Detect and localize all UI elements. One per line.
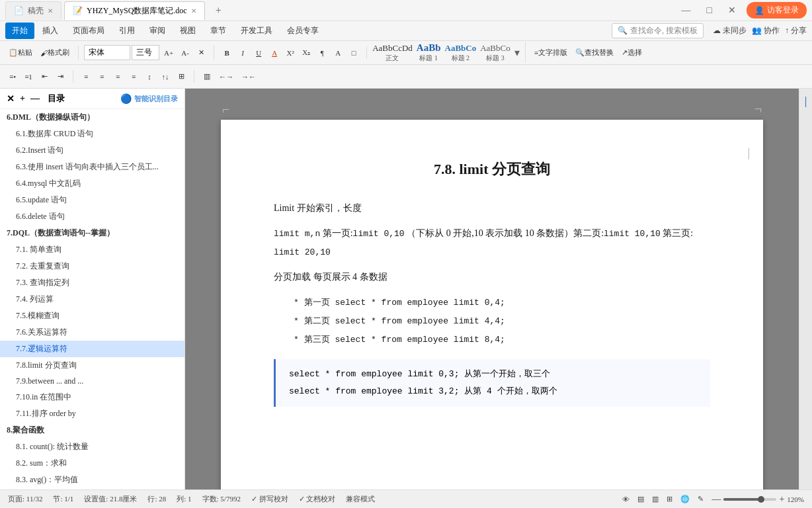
toc-item[interactable]: 6.4.mysql 中文乱码 [0, 175, 184, 192]
toc-item[interactable]: 8.1. count(): 统计数量 [0, 439, 184, 455]
style-normal-button[interactable]: AaBbCcDd 正文 [372, 43, 413, 63]
toc-item[interactable]: 7.10.in 在范围中 [0, 389, 184, 405]
menu-chapter[interactable]: 章节 [204, 22, 233, 39]
document-page[interactable]: | 7.8. limit 分页查询 Limit 开始索引，长度 limit m,… [221, 120, 763, 489]
justify-button[interactable]: ≡ [126, 71, 141, 83]
toc-item[interactable]: 6.1.数据库 CRUD 语句 [0, 126, 184, 142]
toc-item[interactable]: 7.11.排序 order by [0, 405, 184, 422]
maximize-button[interactable]: □ [702, 5, 717, 16]
format-painter-button[interactable]: 🖌 格式刷 [37, 46, 73, 60]
highlight-button[interactable]: A [331, 47, 345, 59]
align-right-button[interactable]: ≡ [110, 71, 125, 83]
toc-item[interactable]: 7.5.模糊查询 [0, 308, 184, 324]
zoom-minus-button[interactable]: — [711, 494, 721, 505]
font-size-selector[interactable]: 三号 [132, 45, 159, 60]
zoom-controls: — + 120% [711, 494, 804, 505]
toc-item[interactable]: 7.2. 去重复查询 [0, 258, 184, 275]
zoom-plus-button[interactable]: + [779, 494, 784, 505]
toc-item[interactable]: 6.3.使用 insert 语句向表中插入三个员工... [0, 159, 184, 175]
share-btn[interactable]: ↑ 分享 [785, 25, 807, 36]
sort-button[interactable]: ↑↓ [158, 71, 173, 83]
line-spacing-button[interactable]: ↕ [142, 71, 157, 83]
menu-dev[interactable]: 开发工具 [234, 22, 279, 39]
increase-indent-button[interactable]: ⇥ [53, 70, 67, 83]
add-tab-button[interactable]: + [210, 5, 227, 17]
eye-icon[interactable]: 👁 [622, 495, 629, 503]
menu-layout[interactable]: 页面布局 [66, 22, 111, 39]
select-button[interactable]: ↗ 选择 [618, 46, 645, 60]
superscript-button[interactable]: X² [283, 47, 298, 59]
edit-icon[interactable]: ✎ [698, 495, 704, 503]
toc-add-button[interactable]: + [20, 93, 25, 104]
view-grid-icon[interactable]: ▥ [652, 495, 659, 503]
font-grow-button[interactable]: A+ [161, 47, 177, 59]
doc-check[interactable]: ✓ 文档校对 [299, 494, 336, 504]
toc-item[interactable]: 8.聚合函数 [0, 422, 184, 439]
view-list-icon[interactable]: ▤ [637, 495, 644, 503]
minimize-button[interactable]: — [676, 5, 696, 16]
find-replace-button[interactable]: 🔍 查找替换 [572, 46, 617, 60]
style-h3-button[interactable]: AaBbCo 标题 3 [480, 43, 510, 63]
decrease-indent-button[interactable]: ⇤ [37, 70, 52, 83]
toc-item[interactable]: 6.6.delete 语句 [0, 208, 184, 225]
border-char-button[interactable]: □ [346, 47, 361, 59]
shading-button[interactable]: ▥ [200, 70, 214, 83]
font-name-selector[interactable]: 宋体 [84, 45, 130, 60]
font-shrink-button[interactable]: A- [178, 47, 192, 59]
spell-check[interactable]: ✓ 拼写校对 [251, 494, 288, 504]
style-h2-button[interactable]: AaBbCo 标题 2 [445, 43, 477, 63]
sync-status[interactable]: ☁ 未同步 [713, 25, 747, 36]
paste-button[interactable]: 📋 粘贴 [5, 46, 36, 60]
visit-login-button[interactable]: 👤 访客登录 [747, 2, 807, 19]
bold-button[interactable]: B [220, 47, 234, 59]
menu-member[interactable]: 会员专享 [280, 22, 325, 39]
web-icon[interactable]: 🌐 [680, 495, 690, 503]
para-mark-button[interactable]: ¶ [315, 47, 329, 59]
menu-view[interactable]: 视图 [173, 22, 202, 39]
toc-item[interactable]: 8.2. sum：求和 [0, 455, 184, 472]
align-left-button[interactable]: ≡ [79, 71, 93, 83]
close-button[interactable]: ✕ [723, 5, 741, 16]
tab-doc[interactable]: 📝 YHZY_MySQ数据库笔记.doc ✕ [64, 1, 205, 20]
toc-item[interactable]: 8.3. avg()：平均值 [0, 472, 184, 488]
underline-button[interactable]: U [251, 47, 266, 59]
smart-toc-button[interactable]: 🔵 智能识别目录 [120, 93, 178, 105]
zoom-slider[interactable] [723, 498, 776, 501]
subscript-button[interactable]: X₂ [299, 46, 313, 59]
toc-item[interactable]: 7.3. 查询指定列 [0, 275, 184, 291]
view-table-icon[interactable]: ⊞ [667, 495, 672, 503]
menu-start[interactable]: 开始 [5, 22, 34, 39]
tab-shell-close[interactable]: ✕ [48, 7, 53, 15]
menu-ref[interactable]: 引用 [112, 22, 142, 39]
bullets-button[interactable]: ≡• [5, 71, 20, 83]
toc-item[interactable]: 7.DQL（数据查询语句--掌握） [0, 225, 184, 241]
indent-right-btn[interactable]: →← [238, 71, 259, 83]
toc-collapse-button[interactable]: — [30, 93, 40, 104]
toc-item[interactable]: 7.1. 简单查询 [0, 241, 184, 258]
toc-item[interactable]: 6.DML（数据操纵语句） [0, 109, 184, 126]
toc-item[interactable]: 7.9.between ... and ... [0, 374, 184, 389]
border-button[interactable]: ⊞ [174, 70, 188, 83]
numbering-button[interactable]: ≡1 [21, 71, 36, 83]
tab-doc-close[interactable]: ✕ [191, 7, 196, 15]
menu-review[interactable]: 审阅 [143, 22, 172, 39]
italic-button[interactable]: I [235, 47, 250, 59]
menu-search-box[interactable]: 🔍 查找命令, 搜索模板 [612, 23, 704, 38]
style-h1-button[interactable]: AaBb 标题 1 [417, 42, 441, 63]
menu-insert[interactable]: 插入 [36, 22, 65, 39]
toc-item[interactable]: 7.8.limit 分页查询 [0, 357, 184, 374]
toc-item[interactable]: 7.6.关系运算符 [0, 324, 184, 341]
indent-left-btn[interactable]: ←→ [216, 71, 237, 83]
tab-shell[interactable]: 📄 稿壳 ✕ [5, 1, 61, 20]
clear-format-button[interactable]: ✕ [194, 46, 208, 59]
align-center-button[interactable]: ≡ [95, 71, 109, 83]
text-arrange-button[interactable]: ≡ 文字排版 [531, 46, 571, 60]
toc-close-button[interactable]: ✕ [7, 93, 15, 105]
toc-item[interactable]: 6.5.update 语句 [0, 192, 184, 208]
styles-expand-button[interactable]: ▾ [514, 46, 520, 59]
toc-item[interactable]: 7.4. 列运算 [0, 291, 184, 308]
collab-btn[interactable]: 👥 协作 [752, 25, 780, 36]
toc-item[interactable]: 6.2.Insert 语句 [0, 142, 184, 159]
toc-item[interactable]: 7.7.逻辑运算符 [0, 341, 184, 357]
font-color-button[interactable]: A [267, 47, 282, 59]
